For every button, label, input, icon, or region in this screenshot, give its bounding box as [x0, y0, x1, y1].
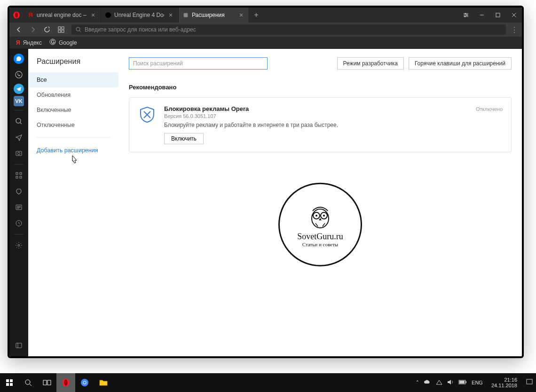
speed-dial-icon[interactable]	[12, 168, 26, 182]
telegram-icon[interactable]	[14, 84, 24, 94]
svg-rect-33	[16, 343, 22, 348]
speed-dial-button[interactable]	[55, 24, 68, 35]
svg-rect-46	[43, 380, 47, 385]
forward-button[interactable]	[26, 24, 39, 35]
search-taskbar-icon[interactable]	[19, 373, 38, 392]
close-icon[interactable]: ×	[89, 11, 97, 19]
start-button[interactable]	[0, 373, 19, 392]
menu-button[interactable]: ⋮	[510, 25, 519, 34]
tray-clock[interactable]: 21:16 24.11.2018	[488, 377, 521, 388]
svg-point-7	[465, 16, 466, 17]
rail-separator	[14, 110, 24, 110]
svg-rect-55	[459, 381, 465, 384]
svg-point-6	[466, 15, 468, 16]
svg-point-38	[315, 214, 317, 216]
history-icon[interactable]	[12, 216, 26, 230]
tray-lang[interactable]: ENG	[472, 380, 483, 385]
svg-rect-42	[6, 383, 9, 386]
nav-disabled[interactable]: Отключенные	[28, 118, 118, 133]
settings-icon[interactable]	[12, 238, 26, 252]
tab-strip: Я unreal engine doc — Янд × Unreal Engin…	[24, 8, 458, 23]
taskbar-explorer[interactable]	[94, 373, 113, 392]
tray-date: 24.11.2018	[491, 383, 517, 388]
tray-battery-icon[interactable]	[458, 380, 467, 385]
address-bar[interactable]	[71, 24, 506, 35]
add-extensions-link[interactable]: Добавить расширения	[28, 142, 118, 158]
messenger-icon[interactable]	[14, 54, 24, 64]
vk-icon[interactable]: VK	[14, 96, 24, 106]
svg-rect-10	[58, 27, 61, 29]
minimize-button[interactable]	[474, 8, 490, 23]
svg-rect-12	[58, 30, 61, 32]
extension-name: Блокировка рекламы Opera	[164, 105, 503, 112]
svg-rect-23	[16, 172, 18, 174]
bookmark-yandex[interactable]: Я Яндекс	[16, 39, 42, 46]
tray-onedrive-icon[interactable]	[424, 379, 431, 386]
close-button[interactable]	[506, 8, 522, 23]
svg-point-37	[321, 212, 327, 219]
nav-enabled[interactable]: Включенные	[28, 102, 118, 118]
bookmarks-icon[interactable]	[12, 184, 26, 198]
svg-line-15	[79, 31, 81, 32]
tab-2[interactable]: Unreal Engine 4 Documen ×	[101, 8, 179, 23]
flow-icon[interactable]	[12, 130, 26, 144]
taskbar-chrome[interactable]	[75, 373, 94, 392]
svg-rect-4	[184, 13, 188, 17]
extension-version: Версия 56.0.3051.107	[164, 113, 503, 119]
hotkeys-button[interactable]: Горячие клавиши для расширений	[409, 57, 512, 70]
search-extensions-input[interactable]	[129, 57, 268, 70]
ue-favicon-icon	[105, 12, 111, 18]
bookmark-google[interactable]: G Google	[49, 39, 77, 47]
bookmarks-bar: Я Яндекс G Google	[9, 37, 522, 49]
opera-logo-icon[interactable]	[9, 8, 24, 23]
tray-notifications-icon[interactable]	[526, 378, 533, 387]
new-tab-button[interactable]: +	[249, 8, 263, 23]
section-heading: Рекомендовано	[129, 84, 512, 91]
news-icon[interactable]	[12, 200, 26, 214]
address-input[interactable]	[85, 26, 502, 33]
svg-point-44	[25, 380, 30, 384]
tab-3[interactable]: Расширения ×	[179, 8, 249, 23]
tab-label: Unreal Engine 4 Documen	[114, 12, 164, 18]
close-icon[interactable]: ×	[167, 11, 174, 19]
snapshot-icon[interactable]	[12, 146, 26, 160]
watermark-subtitle: Статьи и советы	[302, 241, 338, 247]
close-icon[interactable]: ×	[237, 11, 245, 19]
tab-label: unreal engine doc — Янд	[37, 12, 87, 18]
rail-separator	[14, 234, 24, 235]
enable-button[interactable]: Включить	[164, 133, 204, 144]
svg-rect-26	[20, 176, 22, 178]
back-button[interactable]	[12, 24, 25, 35]
taskbar-opera[interactable]	[56, 373, 75, 392]
reload-button[interactable]	[40, 24, 54, 35]
yandex-favicon-icon: Я	[27, 12, 34, 18]
svg-rect-43	[10, 383, 13, 386]
svg-point-3	[105, 12, 111, 18]
nav-all[interactable]: Все	[28, 72, 118, 87]
watermark: SovetGuru.ru Статьи и советы	[278, 182, 363, 267]
svg-rect-21	[16, 151, 22, 156]
bookmark-label: Google	[59, 39, 77, 46]
search-icon[interactable]	[12, 114, 26, 128]
svg-rect-54	[465, 381, 466, 383]
svg-rect-24	[20, 172, 22, 174]
tray-time: 21:16	[491, 377, 517, 383]
tab-1[interactable]: Я unreal engine doc — Янд ×	[24, 8, 101, 23]
maximize-button[interactable]	[490, 8, 506, 23]
tray-volume-icon[interactable]	[447, 379, 454, 386]
extension-status: Отключено	[476, 106, 503, 112]
svg-point-52	[84, 382, 86, 384]
svg-point-1	[15, 12, 18, 18]
task-view-icon[interactable]	[38, 373, 56, 392]
easy-setup-icon[interactable]	[458, 8, 474, 23]
taskbar: ˄ ENG 21:16 24.11.2018	[0, 373, 536, 392]
whatsapp-icon[interactable]	[12, 68, 26, 82]
google-icon: G	[49, 39, 56, 47]
tray-chevron-icon[interactable]: ˄	[416, 380, 419, 386]
panel-toggle-icon[interactable]	[12, 338, 26, 353]
rail-separator	[14, 164, 24, 165]
dev-mode-button[interactable]: Режим разработчика	[337, 57, 404, 70]
nav-updates[interactable]: Обновления	[28, 87, 118, 102]
svg-point-32	[18, 244, 20, 246]
tray-network-icon[interactable]	[436, 379, 442, 386]
